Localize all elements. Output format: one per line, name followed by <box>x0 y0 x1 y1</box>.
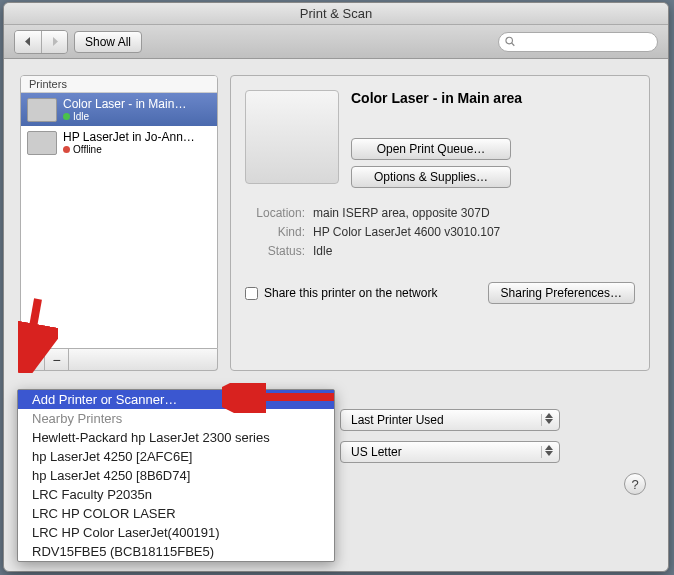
status-value: Idle <box>313 244 332 258</box>
show-all-button[interactable]: Show All <box>74 31 142 53</box>
printer-status: Offline <box>63 144 195 155</box>
default-printer-dropdown[interactable]: Last Printer Used <box>340 409 560 431</box>
menu-nearby-item[interactable]: LRC HP COLOR LASER <box>18 504 334 523</box>
status-label: Status: <box>245 244 305 258</box>
search-icon <box>505 36 515 47</box>
menu-add-printer[interactable]: Add Printer or Scanner… <box>18 390 334 409</box>
add-printer-popup-menu: Add Printer or Scanner… Nearby Printers … <box>17 389 335 562</box>
kind-value: HP Color LaserJet 4600 v3010.107 <box>313 225 500 239</box>
menu-nearby-item[interactable]: LRC Faculty P2035n <box>18 485 334 504</box>
location-value: main ISERP area, opposite 307D <box>313 206 490 220</box>
back-button[interactable] <box>15 31 41 53</box>
printer-icon <box>27 131 57 155</box>
printer-status: Idle <box>63 111 186 122</box>
menu-nearby-item[interactable]: LRC HP Color LaserJet(400191) <box>18 523 334 542</box>
options-supplies-button[interactable]: Options & Supplies… <box>351 166 511 188</box>
nav-buttons <box>14 30 68 54</box>
svg-line-1 <box>512 43 515 46</box>
paper-size-dropdown[interactable]: US Letter <box>340 441 560 463</box>
add-printer-button[interactable]: + <box>21 349 45 370</box>
printer-icon <box>27 98 57 122</box>
printer-image <box>245 90 339 184</box>
forward-button[interactable] <box>41 31 67 53</box>
status-dot-icon <box>63 113 70 120</box>
share-checkbox[interactable] <box>245 287 258 300</box>
printers-header: Printers <box>21 76 217 93</box>
printer-row[interactable]: HP LaserJet in Jo-Ann… Offline <box>21 126 217 159</box>
printer-name: Color Laser - in Main… <box>63 97 186 111</box>
location-label: Location: <box>245 206 305 220</box>
window-title: Print & Scan <box>4 3 668 25</box>
svg-point-0 <box>506 37 513 44</box>
menu-nearby-item[interactable]: hp LaserJet 4250 [8B6D74] <box>18 466 334 485</box>
add-remove-bar: + − <box>20 349 218 371</box>
open-print-queue-button[interactable]: Open Print Queue… <box>351 138 511 160</box>
menu-nearby-item[interactable]: hp LaserJet 4250 [2AFC6E] <box>18 447 334 466</box>
preferences-window: Print & Scan Show All Printers Color Las… <box>3 2 669 572</box>
printer-name: HP LaserJet in Jo-Ann… <box>63 130 195 144</box>
share-label: Share this printer on the network <box>264 286 437 300</box>
kind-label: Kind: <box>245 225 305 239</box>
printers-list: Printers Color Laser - in Main… Idle HP … <box>20 75 218 349</box>
search-input[interactable] <box>515 36 651 48</box>
menu-nearby-item[interactable]: Hewlett-Packard hp LaserJet 2300 series <box>18 428 334 447</box>
toolbar: Show All <box>4 25 668 59</box>
printer-detail-panel: Color Laser - in Main area Open Print Qu… <box>230 75 650 371</box>
sharing-preferences-button[interactable]: Sharing Preferences… <box>488 282 635 304</box>
printer-row[interactable]: Color Laser - in Main… Idle <box>21 93 217 126</box>
search-field[interactable] <box>498 32 658 52</box>
remove-printer-button[interactable]: − <box>45 349 69 370</box>
status-dot-icon <box>63 146 70 153</box>
menu-nearby-header: Nearby Printers <box>18 409 334 428</box>
help-button[interactable]: ? <box>624 473 646 495</box>
detail-title: Color Laser - in Main area <box>351 90 522 106</box>
menu-nearby-item[interactable]: RDV15FBE5 (BCB18115FBE5) <box>18 542 334 561</box>
